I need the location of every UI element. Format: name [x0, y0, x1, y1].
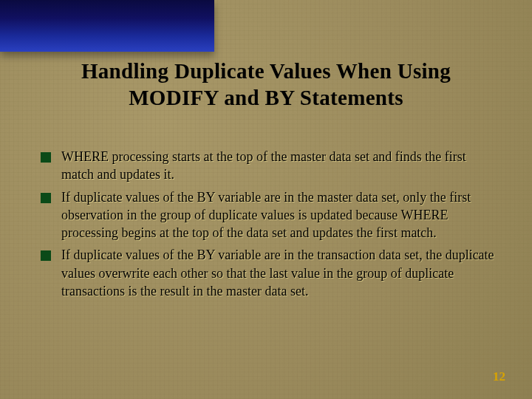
bullet-text: If duplicate values of the BY variable a… — [61, 188, 495, 242]
decorative-header-bar — [0, 0, 214, 52]
square-bullet-icon — [41, 250, 51, 261]
square-bullet-icon — [41, 152, 51, 163]
list-item: WHERE processing starts at the top of th… — [41, 148, 495, 184]
slide-title: Handling Duplicate Values When Using MOD… — [0, 58, 532, 112]
title-line-2: MODIFY and BY Statements — [129, 86, 403, 109]
square-bullet-icon — [41, 193, 51, 203]
page-number: 12 — [493, 369, 505, 384]
list-item: If duplicate values of the BY variable a… — [41, 188, 495, 242]
slide-body: WHERE processing starts at the top of th… — [41, 148, 495, 304]
bullet-text: WHERE processing starts at the top of th… — [61, 148, 495, 184]
title-line-1: Handling Duplicate Values When Using — [81, 59, 451, 83]
bullet-text: If duplicate values of the BY variable a… — [61, 246, 495, 300]
list-item: If duplicate values of the BY variable a… — [41, 246, 495, 300]
